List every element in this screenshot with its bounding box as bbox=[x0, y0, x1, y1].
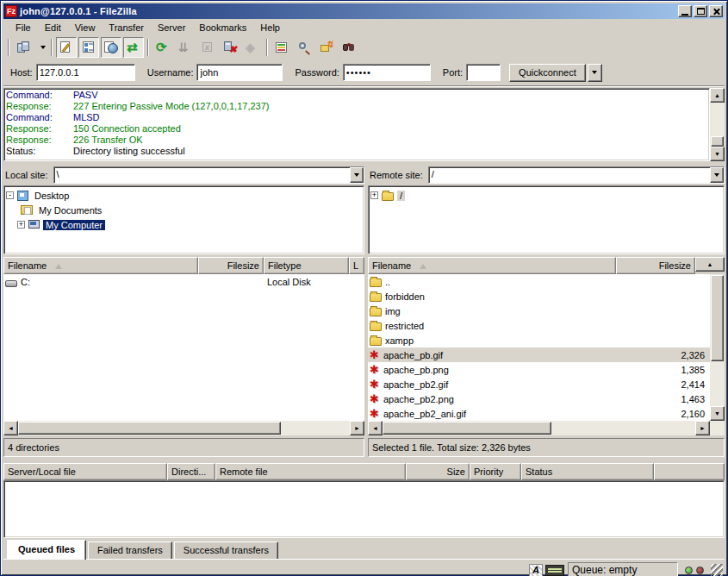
remote-site-row: Remote site: / bbox=[368, 166, 725, 185]
tab-failed-transfers[interactable]: Failed transfers bbox=[88, 542, 172, 559]
column-size[interactable]: Size bbox=[406, 463, 470, 480]
local-hscrollbar[interactable]: ◄ ► bbox=[3, 421, 364, 435]
file-row[interactable]: C: Local Disk bbox=[3, 274, 364, 289]
menu-file[interactable]: File bbox=[9, 21, 38, 34]
tree-item-desktop[interactable]: - Desktop bbox=[6, 188, 362, 203]
column-last-modified[interactable]: L bbox=[349, 257, 364, 274]
speed-limit-icon[interactable] bbox=[545, 565, 564, 576]
menu-server[interactable]: Server bbox=[151, 21, 192, 34]
scrollbar-thumb[interactable] bbox=[711, 275, 724, 361]
search-files-button[interactable] bbox=[294, 37, 314, 58]
password-input[interactable] bbox=[343, 64, 431, 81]
quickconnect-button[interactable]: Quickconnect bbox=[509, 64, 586, 82]
column-remote-file[interactable]: Remote file bbox=[215, 463, 406, 480]
remote-file-list[interactable]: .. forbidden img restricted xampp ✱apach… bbox=[368, 274, 710, 421]
queue-list[interactable] bbox=[3, 480, 725, 538]
column-status[interactable]: Status bbox=[521, 463, 654, 480]
scroll-down-icon[interactable]: ▼ bbox=[710, 147, 725, 161]
local-tree[interactable]: - Desktop My Documents + My Computer bbox=[3, 185, 364, 254]
refresh-button[interactable]: ⟳ bbox=[152, 37, 173, 58]
username-input[interactable] bbox=[196, 64, 283, 81]
process-queue-button[interactable]: ⇊ bbox=[175, 37, 196, 58]
file-row[interactable]: img bbox=[368, 304, 710, 318]
reconnect-button[interactable]: ◈ bbox=[242, 37, 263, 58]
tab-successful-transfers[interactable]: Successful transfers bbox=[174, 542, 278, 559]
toggle-local-tree-button[interactable] bbox=[78, 37, 99, 58]
column-priority[interactable]: Priority bbox=[470, 463, 521, 480]
my-documents-icon bbox=[21, 205, 33, 215]
toggle-transfer-queue-button[interactable]: ⇄ bbox=[123, 37, 144, 58]
maximize-button[interactable] bbox=[694, 5, 707, 17]
scroll-left-icon[interactable]: ◄ bbox=[368, 421, 383, 435]
local-file-list[interactable]: C: Local Disk bbox=[3, 274, 364, 421]
column-filesize[interactable]: Filesize bbox=[616, 257, 695, 274]
tree-item-my-computer[interactable]: + My Computer bbox=[6, 217, 362, 232]
menu-help[interactable]: Help bbox=[253, 21, 287, 34]
scrollbar-thumb[interactable] bbox=[18, 422, 281, 435]
window-title: john@127.0.0.1 - FileZilla bbox=[20, 6, 676, 16]
scrollbar-thumb[interactable] bbox=[383, 422, 551, 435]
file-row[interactable]: restricted bbox=[368, 318, 710, 333]
expand-icon[interactable]: + bbox=[370, 191, 378, 199]
file-row[interactable]: forbidden bbox=[368, 289, 710, 304]
file-row[interactable]: ✱apache_pb2.gif2,414 bbox=[368, 377, 710, 391]
directory-comparison-button[interactable] bbox=[271, 37, 292, 58]
column-filename[interactable]: Filename bbox=[3, 257, 198, 274]
scroll-up-icon[interactable]: ▲ bbox=[710, 88, 725, 103]
resize-grip[interactable] bbox=[711, 564, 723, 576]
chevron-down-icon[interactable] bbox=[710, 167, 724, 183]
tree-item-root[interactable]: + / bbox=[370, 188, 722, 203]
local-list-header: Filename Filesize Filetype L bbox=[3, 257, 364, 274]
scroll-left-icon[interactable]: ◄ bbox=[3, 421, 18, 435]
menu-edit[interactable]: Edit bbox=[38, 21, 68, 34]
site-manager-button[interactable] bbox=[13, 37, 34, 58]
file-row[interactable]: ✱apache_pb2_ani.gif2,160 bbox=[368, 406, 710, 421]
site-manager-dropdown-button[interactable] bbox=[35, 37, 47, 58]
collapse-icon[interactable]: - bbox=[6, 191, 14, 199]
column-filename[interactable]: Filename bbox=[368, 257, 616, 274]
ascii-transfer-type-icon[interactable]: A bbox=[529, 564, 543, 576]
remote-vscrollbar[interactable]: ▼ bbox=[710, 274, 725, 435]
file-row[interactable]: ✱apache_pb.png1,385 bbox=[368, 362, 710, 377]
scroll-right-icon[interactable]: ► bbox=[350, 421, 364, 435]
scroll-down-icon[interactable]: ▼ bbox=[710, 406, 725, 421]
port-input[interactable] bbox=[466, 64, 501, 81]
column-filetype[interactable]: Filetype bbox=[264, 257, 349, 274]
remote-hscrollbar[interactable]: ◄ ► bbox=[368, 421, 710, 435]
menu-bookmarks[interactable]: Bookmarks bbox=[192, 21, 253, 34]
toggle-message-log-button[interactable] bbox=[56, 37, 77, 58]
file-row[interactable]: ✱apache_pb2.png1,463 bbox=[368, 391, 710, 406]
remote-status-text: Selected 1 file. Total size: 2,326 bytes bbox=[368, 438, 725, 457]
column-direction[interactable]: Directi... bbox=[167, 463, 215, 480]
minimize-button[interactable] bbox=[678, 5, 692, 17]
log-scrollbar[interactable]: ▲ ▼ bbox=[710, 88, 725, 161]
menu-transfer[interactable]: Transfer bbox=[102, 21, 151, 34]
file-row[interactable]: .. bbox=[368, 274, 710, 289]
local-site-combo[interactable]: \ bbox=[53, 166, 364, 184]
chevron-down-icon[interactable] bbox=[350, 167, 364, 183]
menu-view[interactable]: View bbox=[68, 21, 103, 34]
host-input[interactable] bbox=[36, 64, 135, 81]
remote-tree[interactable]: + / bbox=[368, 185, 725, 254]
quickconnect-dropdown-button[interactable] bbox=[588, 64, 602, 82]
scroll-right-icon[interactable]: ► bbox=[695, 421, 710, 435]
scroll-up-icon[interactable]: ▲ bbox=[695, 257, 725, 272]
column-filesize[interactable]: Filesize bbox=[198, 257, 264, 274]
remote-site-combo[interactable]: / bbox=[428, 166, 725, 184]
file-row-selected[interactable]: ✱apache_pb.gif2,326 bbox=[368, 347, 710, 362]
disconnect-button[interactable]: ✖ bbox=[220, 37, 240, 58]
tab-queued-files[interactable]: Queued files bbox=[7, 540, 86, 560]
synchronized-browsing-button[interactable]: ⇅ bbox=[316, 37, 337, 58]
expand-icon[interactable]: + bbox=[17, 221, 25, 229]
title-bar[interactable]: Fz john@127.0.0.1 - FileZilla bbox=[3, 3, 725, 19]
column-server-local-file[interactable]: Server/Local file bbox=[3, 463, 167, 480]
file-row[interactable]: xampp bbox=[368, 333, 710, 347]
toggle-remote-tree-button[interactable] bbox=[101, 37, 121, 58]
cancel-icon: x bbox=[201, 41, 215, 54]
find-files-button[interactable] bbox=[339, 37, 359, 58]
scrollbar-thumb[interactable] bbox=[711, 136, 724, 147]
cancel-operation-button[interactable]: x bbox=[197, 37, 218, 58]
message-log[interactable]: Command:PASV Response:227 Entering Passi… bbox=[3, 88, 710, 161]
tree-item-my-documents[interactable]: My Documents bbox=[6, 203, 362, 217]
close-button[interactable] bbox=[709, 5, 723, 17]
